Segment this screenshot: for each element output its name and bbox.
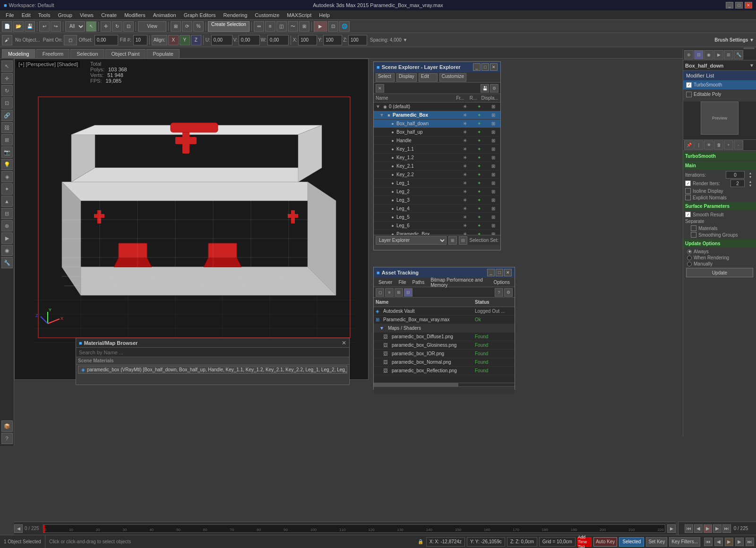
- save-btn[interactable]: 💾: [25, 21, 35, 32]
- asset-row-maps[interactable]: ▼ Maps / Shaders: [374, 324, 515, 333]
- iter-down[interactable]: ▼: [747, 175, 754, 179]
- sidebar-helper[interactable]: ✦: [1, 183, 13, 195]
- sidebar-help[interactable]: ?: [1, 433, 13, 444]
- main-viewport[interactable]: [+] [Perspective] [Shaded] Total Polys: …: [14, 59, 369, 380]
- asset-maximize-btn[interactable]: □: [496, 269, 503, 276]
- asset-options-icon[interactable]: ⚙: [504, 288, 513, 297]
- anim-prev-frame[interactable]: ◀: [694, 524, 703, 533]
- select-btn[interactable]: ↖: [86, 21, 96, 32]
- offset-input[interactable]: [94, 35, 118, 45]
- z-coord-input[interactable]: [348, 35, 367, 45]
- asset-row-ior[interactable]: 🖼 paramedic_box_IOR.png Found: [374, 350, 515, 358]
- right-motion-icon[interactable]: ▶: [714, 50, 723, 60]
- asset-menu-file[interactable]: File: [395, 279, 409, 286]
- isoline-check[interactable]: [685, 188, 691, 194]
- add-time-tag-btn[interactable]: Add Time Tag: [577, 537, 592, 547]
- render-iters-spinner[interactable]: ▲ ▼: [747, 180, 754, 187]
- when-rendering-radio[interactable]: [687, 256, 692, 260]
- layer-options-icon[interactable]: ⚙: [490, 84, 498, 93]
- layer-row-paramedic[interactable]: ▼ ■ Paramedic_Box ✳ ✦ ⊞: [374, 111, 500, 120]
- asset-help-icon[interactable]: ?: [495, 288, 503, 297]
- mat-search-input[interactable]: [76, 348, 349, 357]
- mod-icon-plus[interactable]: +: [724, 140, 733, 150]
- tab-freeform[interactable]: Freeform: [36, 49, 70, 58]
- sidebar-light[interactable]: 💡: [1, 159, 13, 170]
- y-coord-input[interactable]: [323, 35, 342, 45]
- sb-play[interactable]: ▶: [725, 538, 733, 546]
- layer-row-leg3[interactable]: ● Leg_3 ✳ ✦ ⊞: [374, 196, 500, 205]
- sidebar-camera[interactable]: 📷: [1, 146, 13, 158]
- menu-views[interactable]: Views: [76, 11, 97, 19]
- timeline-area[interactable]: ◀ 0 / 225 0 10 20 30 40 50 60 70 80 90 1…: [14, 522, 676, 535]
- layer-explorer-maximize[interactable]: □: [481, 63, 489, 71]
- layer-save-icon[interactable]: 💾: [481, 84, 489, 93]
- create-selection-btn[interactable]: Create Selection: [208, 21, 249, 32]
- layer-row-handle[interactable]: ● Handle ✳ ✦ ⊞: [374, 137, 500, 145]
- angle-snap[interactable]: ⟳: [182, 21, 192, 32]
- ref-coord[interactable]: View: [138, 21, 166, 32]
- status-lock-icon[interactable]: 🔒: [417, 538, 424, 546]
- x-btn[interactable]: X: [168, 35, 179, 45]
- fill-input[interactable]: [133, 35, 147, 45]
- layer-row-leg1[interactable]: ● Leg_1 ✳ ✦ ⊞: [374, 179, 500, 188]
- timeline-track[interactable]: 0 10 20 30 40 50 60 70 80 90 100 110 120…: [43, 524, 665, 533]
- ri-down[interactable]: ▼: [747, 184, 754, 187]
- asset-row-maxfile[interactable]: ⊞ Paramedic_Box_max_vray.max Ok: [374, 316, 515, 324]
- schematic-btn[interactable]: ⊞: [299, 21, 309, 32]
- asset-close-btn[interactable]: ✕: [504, 269, 512, 276]
- asset-tb-icon3[interactable]: ⊞: [395, 288, 403, 297]
- right-util-icon[interactable]: 🔧: [734, 50, 743, 60]
- layer-display-btn[interactable]: Display: [396, 73, 417, 82]
- layer-row-key11[interactable]: ● Key_1.1 ✳ ✦ ⊞: [374, 145, 500, 154]
- update-button[interactable]: Update: [686, 268, 753, 277]
- sidebar-geo[interactable]: ◈: [1, 171, 13, 182]
- mirror-btn[interactable]: ⇔: [254, 21, 264, 32]
- layer-row-key12[interactable]: ● Key_1.2 ✳ ✦ ⊞: [374, 154, 500, 162]
- layer-row-leg4[interactable]: ● Leg_4 ✳ ✦ ⊞: [374, 205, 500, 213]
- layer-list[interactable]: ▼ ◉ 0 (default) ✳ ✦ ⊞ ▼ ■ Paramedic_Box …: [374, 103, 500, 235]
- sb-skip-end[interactable]: ⏭: [746, 538, 754, 546]
- x-coord-input[interactable]: [298, 35, 317, 45]
- minimize-btn[interactable]: _: [726, 2, 733, 9]
- maximize-btn[interactable]: □: [735, 2, 743, 9]
- materials-check[interactable]: [691, 225, 696, 231]
- mod-icon-trash[interactable]: 🗑: [714, 140, 723, 150]
- align-x[interactable]: Align:: [152, 35, 167, 45]
- paint-icon[interactable]: 🖌: [2, 35, 12, 45]
- right-hierarchy-icon[interactable]: ◉: [704, 50, 713, 60]
- mat-browser-close[interactable]: ✕: [342, 340, 346, 346]
- sidebar-link[interactable]: 🔗: [1, 110, 13, 121]
- layer-edit-btn[interactable]: Edit: [419, 73, 438, 82]
- right-display-icon[interactable]: ⊞: [724, 50, 733, 60]
- layer-row-box-half-down[interactable]: ● Box_half_down ✳ ✦ ⊞: [374, 120, 500, 128]
- layer-explorer-minimize[interactable]: _: [473, 63, 481, 71]
- mod-icon-pipe[interactable]: |: [694, 140, 704, 150]
- iterations-input[interactable]: [726, 171, 745, 179]
- asset-menu-paths[interactable]: Paths: [410, 279, 428, 286]
- layer-close-icon[interactable]: ✕: [376, 84, 384, 93]
- layer-footer-icon2[interactable]: ⊟: [459, 236, 467, 245]
- align-btn[interactable]: ≡: [265, 21, 275, 32]
- sidebar-bind[interactable]: ⊞: [1, 134, 13, 146]
- curve-btn[interactable]: 〜: [288, 21, 298, 32]
- sb-prev[interactable]: ◀: [714, 538, 723, 546]
- asset-menu-bitmap[interactable]: Bitmap Performance and Memory: [428, 276, 490, 289]
- render-iters-check[interactable]: ✓: [685, 180, 691, 186]
- layer-footer-icon1[interactable]: ⊞: [448, 236, 457, 245]
- open-btn[interactable]: 📂: [13, 21, 24, 32]
- sidebar-shape[interactable]: ▲: [1, 196, 13, 207]
- menu-create[interactable]: Create: [97, 11, 120, 19]
- menu-maxscript[interactable]: MAXScript: [283, 11, 315, 19]
- mod-icon-eye[interactable]: 👁: [704, 140, 713, 150]
- sidebar-unlink[interactable]: ⛓: [1, 122, 13, 133]
- layer-row-leg2[interactable]: ● Leg_2 ✳ ✦ ⊞: [374, 188, 500, 196]
- render-frame-btn[interactable]: ⊡: [328, 21, 338, 32]
- tab-populate[interactable]: Populate: [146, 49, 179, 58]
- v-input[interactable]: [239, 35, 260, 45]
- sidebar-hierarchy[interactable]: ⊕: [1, 220, 13, 231]
- move-btn[interactable]: ✛: [101, 21, 111, 32]
- menu-customize[interactable]: Customize: [251, 11, 283, 19]
- layer-row-pmbox[interactable]: ● Paramedic_Box ✳ ✦ ⊞: [374, 230, 500, 235]
- scale-btn[interactable]: ⊡: [123, 21, 134, 32]
- layer-row-default[interactable]: ▼ ◉ 0 (default) ✳ ✦ ⊞: [374, 103, 500, 111]
